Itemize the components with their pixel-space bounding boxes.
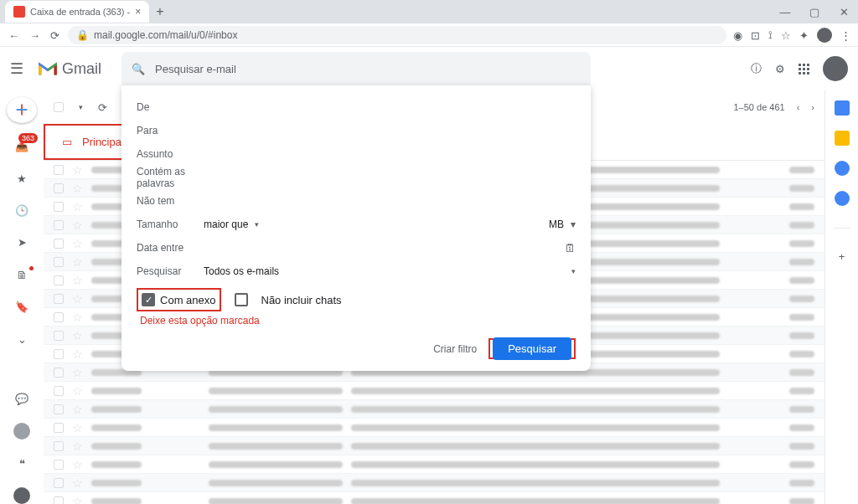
star-icon[interactable]: ☆ [72, 163, 83, 177]
row-checkbox[interactable] [54, 202, 64, 212]
star-icon[interactable]: ☆ [72, 384, 83, 398]
star-icon[interactable]: ☆ [72, 292, 83, 306]
sidebar-contact[interactable] [8, 487, 35, 504]
next-page-button[interactable]: › [811, 102, 814, 112]
row-checkbox[interactable] [54, 478, 64, 488]
mail-row[interactable]: ☆ [44, 382, 824, 400]
browser-menu-icon[interactable]: ⋮ [840, 29, 851, 42]
calendar-app-icon[interactable] [835, 100, 850, 116]
tasks-app-icon[interactable] [835, 161, 850, 176]
star-icon[interactable]: ☆ [72, 440, 83, 453]
search-icon[interactable]: 🔍 [132, 63, 145, 75]
account-avatar[interactable] [823, 56, 848, 81]
sidebar-inbox[interactable]: 📥 363 [8, 138, 35, 155]
refresh-button[interactable]: ⟳ [98, 101, 107, 114]
size-operator-dropdown[interactable]: maior que [204, 219, 248, 230]
sidebar-sent[interactable]: ➤ [8, 234, 35, 251]
star-icon[interactable]: ☆ [72, 495, 83, 505]
select-all-checkbox[interactable] [54, 102, 64, 112]
help-icon[interactable]: ⓘ [751, 61, 762, 76]
search-button[interactable]: Pesquisar [493, 337, 571, 360]
star-icon[interactable]: ☆ [72, 274, 83, 287]
size-unit-dropdown[interactable]: MB [549, 219, 564, 230]
row-checkbox[interactable] [54, 460, 64, 470]
settings-icon[interactable]: ⚙ [775, 63, 785, 75]
row-checkbox[interactable] [54, 496, 64, 505]
star-icon[interactable]: ☆ [72, 458, 83, 471]
sidebar-more[interactable]: ⌄ [8, 331, 35, 347]
apps-grid-icon[interactable] [799, 64, 809, 75]
extension-icon[interactable]: ⟟ [768, 28, 773, 42]
prev-page-button[interactable]: ‹ [797, 102, 800, 112]
sidebar-hangouts[interactable]: ❝ [8, 455, 35, 471]
add-app-button[interactable]: + [839, 250, 845, 263]
close-window-button[interactable]: ✕ [830, 0, 858, 23]
exclude-chats-checkbox[interactable] [235, 293, 248, 306]
row-checkbox[interactable] [54, 404, 64, 414]
row-checkbox[interactable] [54, 257, 64, 267]
row-checkbox[interactable] [54, 275, 64, 285]
maximize-button[interactable]: ▢ [800, 0, 829, 23]
keep-app-icon[interactable] [835, 131, 850, 146]
compose-button[interactable] [7, 97, 37, 123]
row-checkbox[interactable] [54, 239, 64, 249]
star-icon[interactable]: ☆ [72, 329, 83, 342]
url-bar[interactable]: 🔒 mail.google.com/mail/u/0/#inbox [68, 26, 726, 44]
star-icon[interactable]: ☆ [72, 255, 83, 269]
contacts-app-icon[interactable] [835, 191, 850, 206]
chevron-down-icon[interactable]: ▾ [571, 267, 576, 275]
profile-avatar[interactable] [817, 28, 832, 43]
mail-row[interactable]: ☆ [44, 400, 824, 419]
sidebar-chat[interactable]: 💬 [8, 390, 35, 407]
mail-row[interactable]: ☆ [44, 437, 824, 455]
star-icon[interactable]: ☆ [72, 366, 83, 379]
star-icon[interactable]: ☆ [72, 200, 83, 213]
star-icon[interactable]: ☆ [72, 421, 83, 435]
minimize-button[interactable]: — [771, 0, 799, 23]
star-icon[interactable]: ☆ [72, 311, 83, 324]
extensions-icon[interactable]: ✦ [799, 29, 809, 42]
mail-row[interactable]: ☆ [44, 455, 824, 474]
star-icon[interactable]: ☆ [72, 476, 83, 490]
new-tab-button[interactable]: + [149, 4, 170, 19]
sidebar-starred[interactable]: ★ [8, 170, 35, 187]
close-tab-icon[interactable]: × [135, 6, 141, 18]
sidebar-snoozed[interactable]: 🕒 [8, 202, 35, 219]
star-icon[interactable]: ☆ [72, 237, 83, 250]
chevron-down-icon[interactable]: ▾ [255, 220, 259, 229]
reload-button[interactable]: ⟳ [49, 28, 61, 44]
extension-icon[interactable]: ⊡ [751, 29, 760, 42]
row-checkbox[interactable] [54, 349, 64, 359]
browser-tab[interactable]: Caixa de entrada (363) - × [5, 1, 149, 23]
row-checkbox[interactable] [54, 312, 64, 322]
chevron-down-icon[interactable]: ▾ [79, 103, 83, 111]
back-button[interactable]: ← [7, 28, 21, 44]
row-checkbox[interactable] [54, 165, 64, 175]
row-checkbox[interactable] [54, 368, 64, 378]
search-in-dropdown[interactable]: Todos os e-mails [204, 265, 279, 277]
sidebar-label[interactable]: 🔖 [8, 298, 35, 315]
star-icon[interactable]: ☆ [72, 182, 83, 195]
star-icon[interactable]: ☆ [72, 347, 83, 361]
row-checkbox[interactable] [54, 183, 64, 193]
star-icon[interactable]: ☆ [72, 403, 83, 416]
forward-button[interactable]: → [28, 28, 42, 44]
mail-row[interactable]: ☆ [44, 474, 824, 492]
extension-icon[interactable]: ◉ [733, 29, 742, 42]
row-checkbox[interactable] [54, 386, 64, 396]
mail-row[interactable]: ☆ [44, 419, 824, 437]
row-checkbox[interactable] [54, 331, 64, 341]
sidebar-contact[interactable] [8, 423, 35, 440]
mail-row[interactable]: ☆ [44, 492, 824, 504]
extension-icon[interactable]: ☆ [781, 29, 791, 42]
has-attachment-checkbox[interactable]: ✓ [142, 293, 155, 306]
hamburger-menu-icon[interactable]: ☰ [10, 59, 23, 78]
gmail-logo[interactable]: Gmail [37, 60, 101, 78]
row-checkbox[interactable] [54, 441, 64, 451]
row-checkbox[interactable] [54, 220, 64, 230]
row-checkbox[interactable] [54, 423, 64, 433]
row-checkbox[interactable] [54, 294, 64, 304]
create-filter-button[interactable]: Criar filtro [433, 343, 477, 355]
chevron-down-icon[interactable]: ▾ [571, 219, 576, 230]
search-box[interactable]: 🔍 Pesquisar e-mail [121, 52, 591, 85]
